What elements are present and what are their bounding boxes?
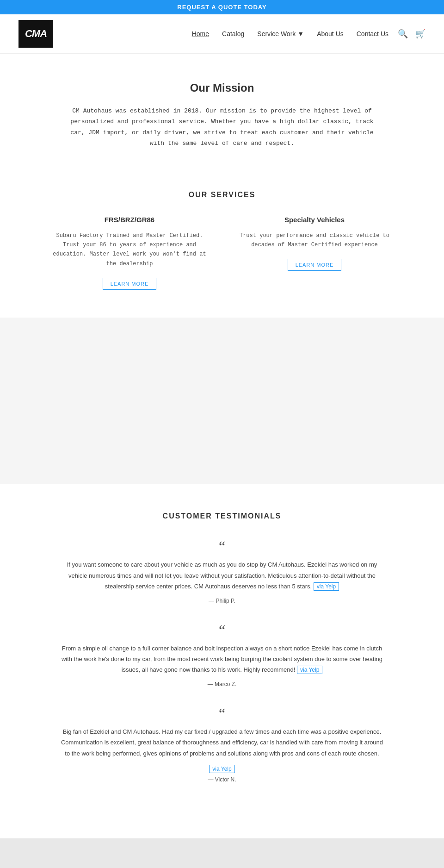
via-yelp-2[interactable]: via Yelp	[297, 666, 322, 674]
service-specialty-title: Specialty Vehicles	[236, 216, 393, 224]
testimonial-1: “ If you want someone to care about your…	[37, 539, 407, 604]
service-card-specialty: Specialty Vehicles Trust your performanc…	[236, 216, 393, 290]
top-banner[interactable]: REQUEST A QUOTE TODAY	[0, 0, 444, 14]
gray-spacer	[0, 318, 444, 484]
quote-icon-2: “	[37, 623, 407, 637]
mission-body: CM Autohaus was established in 2018. Our…	[65, 106, 379, 149]
nav-home[interactable]: Home	[192, 30, 209, 37]
services-title: OUR SERVICES	[37, 191, 407, 199]
nav-contact[interactable]: Contact Us	[357, 30, 388, 37]
testimonials-title: CUSTOMER TESTIMONIALS	[37, 512, 407, 520]
service-frs-description: Subaru Factory Trained and Master Certif…	[51, 231, 208, 269]
quote-icon-3: “	[37, 706, 407, 721]
services-section: OUR SERVICES FRS/BRZ/GR86 Subaru Factory…	[0, 172, 444, 318]
testimonial-text-3: Big fan of Ezekiel and CM Autohaus. Had …	[60, 726, 384, 759]
testimonial-author-2: — Marco Z.	[37, 681, 407, 687]
via-yelp-3[interactable]: via Yelp	[209, 765, 234, 773]
cart-icon[interactable]: 🛒	[415, 29, 426, 39]
testimonial-text-1: If you want someone to care about your v…	[60, 559, 384, 592]
testimonials-section: CUSTOMER TESTIMONIALS “ If you want some…	[0, 484, 444, 838]
nav-links: Home Catalog Service Work ▼ About Us Con…	[192, 30, 388, 37]
testimonial-author-3: — Victor N.	[37, 776, 407, 783]
testimonial-2: “ From a simple oil change to a full cor…	[37, 623, 407, 687]
testimonial-3: “ Big fan of Ezekiel and CM Autohaus. Ha…	[37, 706, 407, 783]
quote-icon-1: “	[37, 539, 407, 554]
service-frs-learn-more[interactable]: LEARN MORE	[103, 278, 157, 290]
nav-about[interactable]: About Us	[317, 30, 344, 37]
chevron-down-icon: ▼	[297, 30, 304, 37]
via-yelp-1[interactable]: via Yelp	[314, 582, 339, 591]
mission-section: Our Mission CM Autohaus was established …	[0, 54, 444, 172]
nav-icons: 🔍 🛒	[398, 29, 426, 39]
nav-catalog[interactable]: Catalog	[222, 30, 244, 37]
testimonial-text-2: From a simple oil change to a full corne…	[60, 643, 384, 675]
testimonial-author-1: — Philip P.	[37, 598, 407, 604]
service-specialty-description: Trust your performance and classic vehic…	[236, 231, 393, 250]
service-frs-title: FRS/BRZ/GR86	[51, 216, 208, 224]
footer	[0, 838, 444, 868]
navbar: CMA Home Catalog Service Work ▼ About Us…	[0, 14, 444, 54]
nav-service-work[interactable]: Service Work ▼	[257, 30, 304, 37]
mission-title: Our Mission	[56, 81, 388, 94]
banner-text: REQUEST A QUOTE TODAY	[177, 4, 266, 11]
services-grid: FRS/BRZ/GR86 Subaru Factory Trained and …	[37, 216, 407, 290]
service-card-frs: FRS/BRZ/GR86 Subaru Factory Trained and …	[51, 216, 208, 290]
logo[interactable]: CMA	[18, 20, 53, 48]
search-icon[interactable]: 🔍	[398, 29, 408, 39]
service-specialty-learn-more[interactable]: LEARN MORE	[288, 259, 342, 271]
